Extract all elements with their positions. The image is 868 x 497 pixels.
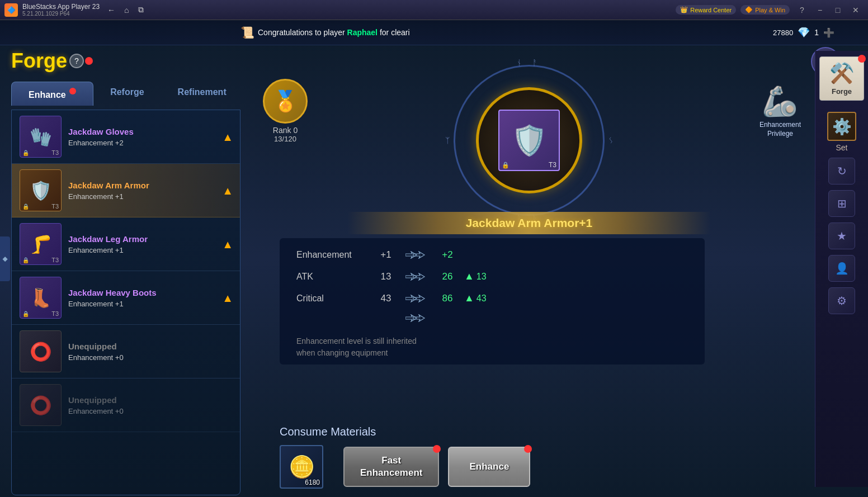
tab-refinement[interactable]: Refinement xyxy=(161,82,243,106)
reward-center[interactable]: 👑 Reward Center xyxy=(676,5,736,15)
stat-label-critical: Critical xyxy=(296,294,369,304)
enhance-item-lock: 🔒 xyxy=(502,162,510,169)
equip-item-unequipped[interactable]: ⭕ Unequipped Enhancement +0 xyxy=(12,325,240,378)
set-label: Set xyxy=(836,143,847,152)
title-bar-nav[interactable]: ← ⌂ ⧉ xyxy=(104,4,147,16)
app-version: 5.21.201.1029 P64 xyxy=(22,11,100,17)
stat-current-atk: 13 xyxy=(369,271,403,282)
enhance-dot xyxy=(524,445,532,453)
equip-item-arm-armor[interactable]: 🛡️ 🔒 T3 Jackdaw Arm Armor Enhancement +1… xyxy=(12,164,240,217)
right-sidebar: ⚒️ Forge ⚙️ Set ↻ ⊞ ★ 👤 ⚙ xyxy=(815,51,868,487)
equip-arrow-leg: ▲ xyxy=(222,238,233,250)
gem-plus-button[interactable]: ➕ xyxy=(823,27,834,38)
equip-enhance-arm-armor: Enhancement +1 xyxy=(68,192,232,201)
stat-row-enhancement: Enhancement +1 +2 xyxy=(296,249,688,261)
stat-next-atk: 26 xyxy=(431,271,464,282)
flame-icon: 🔶 xyxy=(745,6,753,13)
main-enhance-area: 🏅 Rank 0 13/120 ᚾ ᚨ ᚱ ᚦ ᛉ ᛊ 🛡️ T3 xyxy=(246,51,812,497)
help-button[interactable]: ? xyxy=(794,4,810,16)
left-edge-tab[interactable]: ◆ xyxy=(0,236,10,281)
equip-arrow-boots: ▲ xyxy=(222,291,233,304)
stat-current-critical: 43 xyxy=(369,293,403,304)
sidebar-refresh-button[interactable]: ↻ xyxy=(828,158,855,184)
enhancement-circle: ᚾ ᚨ ᚱ ᚦ ᛉ ᛊ 🛡️ T3 🔒 xyxy=(440,62,619,219)
fast-enhancement-button[interactable]: FastEnhancement xyxy=(343,447,439,487)
enhancement-privilege[interactable]: 🦾 EnhancementPrivilege xyxy=(760,82,801,138)
sidebar-person-button[interactable]: 👤 xyxy=(828,255,855,282)
forge-panel-dot xyxy=(858,55,866,63)
title-bar-controls[interactable]: ? − □ ✕ xyxy=(794,4,864,16)
equip-tier-leg: T3 xyxy=(51,257,59,263)
svg-marker-5 xyxy=(413,295,424,302)
privilege-icon: 🦾 xyxy=(761,82,800,121)
equip-tier-arm: T3 xyxy=(51,203,59,210)
app-info: BlueStacks App Player 23 5.21.201.1029 P… xyxy=(22,3,100,17)
material-count: 6180 xyxy=(305,479,320,486)
player-name: Raphael xyxy=(347,28,378,37)
tab-reforge[interactable]: Reforge xyxy=(93,82,161,106)
maximize-button[interactable]: □ xyxy=(830,4,846,16)
gem-count: 1 xyxy=(814,28,819,37)
crit-up-arrow: ▲ xyxy=(464,292,474,304)
equip-icon-arm-armor: 🛡️ 🔒 T3 xyxy=(20,169,62,211)
stat-current-enhancement: +1 xyxy=(369,249,403,261)
close-titlebar-button[interactable]: ✕ xyxy=(848,4,864,16)
lock-icon: 🔒 xyxy=(22,150,29,156)
rune-top: ᚾ ᚨ xyxy=(517,58,541,67)
enhance-item-tier: T3 xyxy=(549,161,556,169)
stat-label-enhancement: Enhancement xyxy=(296,250,369,260)
forge-notification-dot xyxy=(85,57,93,65)
minimize-button[interactable]: − xyxy=(812,4,828,16)
rune-left: ᛉ xyxy=(445,136,450,145)
forge-header: Forge ? xyxy=(11,49,93,73)
left-edge-icon: ◆ xyxy=(1,256,9,261)
home-button[interactable]: ⌂ xyxy=(121,4,132,16)
equip-item-partial[interactable]: ⭕ Unequipped Enhancement +0 xyxy=(12,378,240,432)
equip-icon-unequipped: ⭕ xyxy=(20,330,62,372)
equip-enhance-leg-armor: Enhancement +1 xyxy=(68,246,232,254)
privilege-label: EnhancementPrivilege xyxy=(760,121,801,138)
empty-arrow xyxy=(403,314,431,324)
sidebar-settings-button[interactable]: ⚙ xyxy=(828,287,855,314)
tab-enhance[interactable]: Enhance xyxy=(11,82,93,106)
equip-item-boots[interactable]: 👢 🔒 T3 Jackdaw Heavy Boots Enhancement +… xyxy=(12,271,240,325)
stat-increase-atk: ▲ 13 xyxy=(464,271,509,282)
stat-arrow-critical xyxy=(403,295,431,302)
stat-row-empty xyxy=(296,314,688,324)
equip-name-boots: Jackdaw Heavy Boots xyxy=(68,288,232,297)
recent-button[interactable]: ⧉ xyxy=(135,4,147,16)
sidebar-grid-button[interactable]: ⊞ xyxy=(828,190,855,217)
play-win[interactable]: 🔶 Play & Win xyxy=(740,5,790,15)
enhance-tab-dot xyxy=(69,88,76,94)
stat-next-enhancement: +2 xyxy=(431,249,464,261)
equip-icon-leg-armor: 🦵 🔒 T3 xyxy=(20,223,62,265)
equip-item-leg-armor[interactable]: 🦵 🔒 T3 Jackdaw Leg Armor Enhancement +1 … xyxy=(12,217,240,271)
forge-sidebar-panel[interactable]: ⚒️ Forge xyxy=(819,56,864,101)
enhance-button[interactable]: Enhance xyxy=(448,447,530,487)
consume-materials-row: 🪙 6180 FastEnhancement Enhance xyxy=(280,445,812,489)
top-banner: 📜 Congratulations to player Raphael for … xyxy=(0,20,868,45)
equip-item-gloves[interactable]: 🧤 🔒 T3 Jackdaw Gloves Enhancement +2 ▲ xyxy=(12,110,240,164)
equip-icon-boots: 👢 🔒 T3 xyxy=(20,277,62,319)
lock-icon-boots: 🔒 xyxy=(22,311,29,317)
sidebar-star-button[interactable]: ★ xyxy=(828,223,855,249)
back-button[interactable]: ← xyxy=(104,4,119,16)
set-panel[interactable]: ⚙️ Set xyxy=(827,112,856,152)
forge-panel-label: Forge xyxy=(832,87,852,96)
inner-gold-ring: 🛡️ T3 🔒 xyxy=(476,87,582,193)
app-icon: 🔷 xyxy=(4,3,18,17)
enhance-item-box: 🛡️ T3 🔒 xyxy=(498,110,560,171)
banner-text: Congratulations to player Raphael for cl… xyxy=(258,28,410,37)
play-win-label: Play & Win xyxy=(755,7,785,13)
crown-icon: 👑 xyxy=(680,6,688,13)
forge-help-button[interactable]: ? xyxy=(69,54,84,68)
equip-enhance-partial: Enhancement +0 xyxy=(68,407,232,415)
svg-marker-3 xyxy=(413,273,424,280)
rank-icon: 🏅 xyxy=(263,79,308,124)
app-title: BlueStacks App Player 23 xyxy=(22,3,100,11)
equipment-list: 🧤 🔒 T3 Jackdaw Gloves Enhancement +2 ▲ 🛡… xyxy=(11,110,240,495)
gem-icon: 💎 xyxy=(798,26,810,39)
rank-display: 🏅 Rank 0 13/120 xyxy=(263,79,308,143)
rank-badge-icon: 🏅 xyxy=(273,89,298,113)
banner-right: 27880 💎 1 ➕ xyxy=(773,26,834,39)
